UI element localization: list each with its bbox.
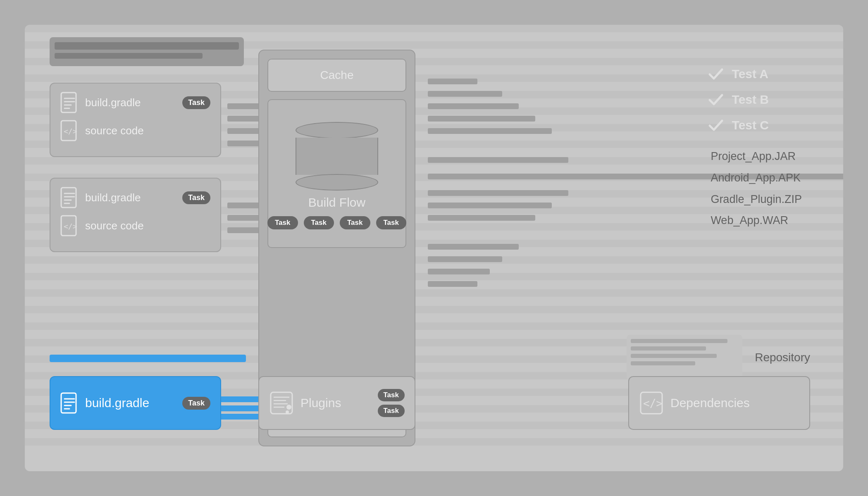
connector-line-4 xyxy=(227,141,260,146)
connector-line-2 xyxy=(227,116,260,122)
repo-line-2 xyxy=(631,346,706,351)
r-connector-9 xyxy=(428,215,535,221)
module-row-4: </> source code xyxy=(60,215,210,236)
task-badge-blue: Task xyxy=(182,397,210,410)
module-row-3: build.gradle Task xyxy=(60,187,210,208)
cache-label: Cache xyxy=(320,69,354,82)
repo-line-1 xyxy=(631,339,727,343)
test-item-a: Test A xyxy=(708,66,769,82)
r-connector-10 xyxy=(428,244,519,250)
connector-line-1 xyxy=(227,103,260,109)
file-code-icon-2: </> xyxy=(60,215,79,236)
task-badge-1: Task xyxy=(182,96,210,109)
plugins-box: Plugins Task Task xyxy=(258,376,415,430)
module-row-1: build.gradle Task xyxy=(60,92,210,113)
r-connector-1 xyxy=(428,79,477,84)
dependencies-icon: </> xyxy=(639,391,664,415)
tests-section: Test A Test B Test C xyxy=(708,66,769,133)
connector-line-6 xyxy=(227,215,260,221)
repo-box xyxy=(627,335,742,380)
check-c-icon xyxy=(708,117,724,133)
source-code-label-2: source code xyxy=(85,219,210,232)
top-bar xyxy=(50,37,244,66)
dependencies-label: Dependencies xyxy=(670,396,799,410)
build-flow-label: Build Flow xyxy=(308,196,365,210)
db-top xyxy=(296,122,378,138)
build-flow-box: Build Flow Task Task Task Task xyxy=(267,99,406,248)
r-connector-11 xyxy=(428,256,502,262)
svg-rect-7 xyxy=(61,188,76,207)
test-item-c: Test C xyxy=(708,117,769,133)
plugins-task-1: Task xyxy=(378,389,405,401)
dependencies-box: </> Dependencies xyxy=(628,376,810,430)
r-connector-13 xyxy=(428,281,477,287)
main-container: build.gradle Task </> source code xyxy=(25,25,843,471)
svg-text:</>: </> xyxy=(64,222,77,231)
plugins-label: Plugins xyxy=(300,396,371,410)
module-row-2: </> source code xyxy=(60,120,210,141)
file-doc-icon-blue xyxy=(60,392,79,414)
check-b-icon xyxy=(708,92,724,107)
plugins-task-2: Task xyxy=(378,405,405,417)
file-doc-icon-1 xyxy=(60,92,79,113)
output-war: Web_App.WAR xyxy=(711,213,802,229)
output-jar: Project_App.JAR xyxy=(711,149,802,165)
outputs-section: Project_App.JAR Android_App.APK Gradle_P… xyxy=(711,149,802,229)
r-connector-2 xyxy=(428,91,502,97)
build-gradle-label-1: build.gradle xyxy=(85,96,176,109)
task-circle-4: Task xyxy=(376,216,407,229)
cache-box: Cache xyxy=(267,59,406,92)
r-connector-5 xyxy=(428,128,552,134)
repository-label: Repository xyxy=(755,351,810,364)
db-bottom xyxy=(296,174,378,191)
repo-line-3 xyxy=(631,354,717,358)
svg-rect-14 xyxy=(61,393,76,413)
file-doc-icon-2 xyxy=(60,187,79,208)
svg-point-25 xyxy=(286,410,289,414)
module-box-2: build.gradle Task </> source code xyxy=(50,178,221,252)
build-gradle-label-blue: build.gradle xyxy=(85,396,176,410)
test-b-label: Test B xyxy=(732,93,769,107)
r-connector-7 xyxy=(428,190,568,196)
svg-rect-0 xyxy=(61,93,76,112)
test-item-b: Test B xyxy=(708,92,769,107)
connector-line-3 xyxy=(227,128,260,134)
svg-rect-19 xyxy=(271,392,292,414)
svg-point-24 xyxy=(286,405,291,410)
db-cylinder xyxy=(296,122,378,191)
plugins-icon xyxy=(269,391,294,415)
svg-text:</>: </> xyxy=(643,397,663,410)
svg-text:</>: </> xyxy=(64,127,77,136)
task-badge-2: Task xyxy=(182,191,210,204)
task-circle-1: Task xyxy=(267,216,298,229)
connector-line-5 xyxy=(227,203,260,208)
r-connector-12 xyxy=(428,269,490,274)
output-zip: Gradle_Plugin.ZIP xyxy=(711,192,802,207)
task-circle-2: Task xyxy=(304,216,334,229)
r-connector-4 xyxy=(428,116,535,122)
check-a-icon xyxy=(708,66,724,82)
output-apk: Android_App.APK xyxy=(711,170,802,186)
module-box-1: build.gradle Task </> source code xyxy=(50,83,221,157)
test-a-label: Test A xyxy=(732,67,768,81)
task-circle-3: Task xyxy=(340,216,370,229)
blue-top-bar xyxy=(50,355,246,362)
db-body xyxy=(296,138,378,175)
source-code-label-1: source code xyxy=(85,124,210,137)
test-c-label: Test C xyxy=(732,118,769,132)
repo-line-4 xyxy=(631,361,695,365)
r-connector-3 xyxy=(428,103,519,109)
r-connector-6 xyxy=(428,157,568,163)
blue-module-box: build.gradle Task xyxy=(50,376,221,430)
plugins-tasks: Task Task xyxy=(378,389,405,417)
repository-section: Repository xyxy=(627,335,810,380)
task-row: Task Task Task Task xyxy=(267,216,406,229)
r-connector-8 xyxy=(428,203,552,208)
connector-line-7 xyxy=(227,227,260,233)
build-gradle-label-2: build.gradle xyxy=(85,191,176,204)
file-code-icon-1: </> xyxy=(60,120,79,141)
